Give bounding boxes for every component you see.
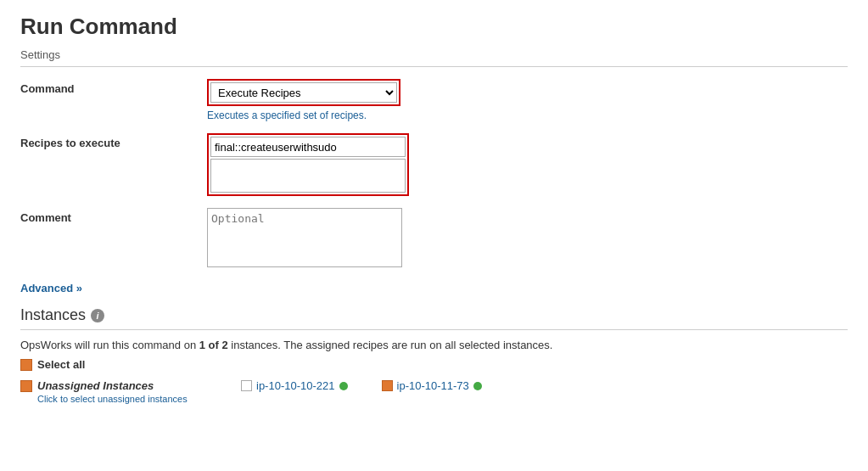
instances-title: Instances [20,306,86,324]
instance-1-link[interactable]: ip-10-10-10-221 [256,379,335,392]
command-select-border: Execute Recipes [207,79,400,106]
recipes-input-border [207,133,409,196]
comment-textarea[interactable] [207,208,402,267]
comment-control-wrapper [207,208,848,270]
instance-item-2: ip-10-10-11-73 [382,379,482,392]
instances-info: OpsWorks will run this command on 1 of 2… [20,339,848,351]
recipes-input-area [210,137,406,193]
instance-1-checkbox[interactable] [241,380,252,391]
recipes-control-wrapper [207,133,848,196]
unassigned-link[interactable]: Click to select unassigned instances [37,394,207,404]
instances-count: 1 of 2 [199,339,228,351]
unassigned-header: Unassigned Instances [20,379,207,392]
recipes-row: Recipes to execute [20,133,848,196]
instances-list: Unassigned Instances Click to select una… [20,379,848,404]
command-row: Command Execute Recipes Executes a speci… [20,79,848,121]
select-all-label: Select all [37,358,85,371]
instances-divider [20,329,848,330]
recipes-extra-textarea[interactable] [210,159,406,193]
command-control-wrapper: Execute Recipes Executes a specified set… [207,79,848,121]
unassigned-title: Unassigned Instances [37,379,154,392]
instance-2-checkbox[interactable] [382,380,393,391]
settings-label: Settings [20,48,848,61]
instance-item-1: ip-10-10-10-221 [241,379,348,392]
command-select[interactable]: Execute Recipes [210,82,397,103]
command-label: Command [20,79,207,95]
instance-2-link[interactable]: ip-10-10-11-73 [397,379,469,392]
instances-info-pre: OpsWorks will run this command on [20,339,199,351]
page-container: Run Command Settings Command Execute Rec… [0,0,868,418]
command-description: Executes a specified set of recipes. [207,109,848,121]
comment-label: Comment [20,208,207,224]
settings-divider [20,66,848,67]
select-all-checkbox[interactable] [20,359,32,371]
unassigned-col: Unassigned Instances Click to select una… [20,379,207,404]
advanced-link[interactable]: Advanced » [20,282,82,294]
instances-info-post: instances. The assigned recipes are run … [228,339,553,351]
comment-row: Comment [20,208,848,270]
recipes-input[interactable] [210,137,406,157]
unassigned-checkbox[interactable] [20,380,32,392]
select-all-row[interactable]: Select all [20,358,848,371]
instances-header: Instances i [20,306,848,324]
instance-1-status-dot [339,382,348,390]
info-icon: i [91,309,104,322]
recipes-label: Recipes to execute [20,133,207,149]
page-title: Run Command [20,14,848,40]
instance-2-status-dot [473,382,482,390]
